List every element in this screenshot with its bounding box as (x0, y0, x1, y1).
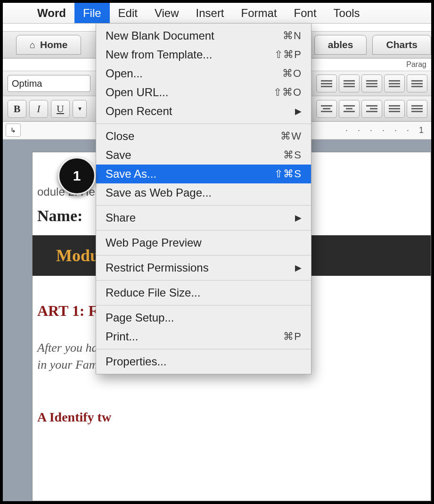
home-icon: ⌂ (30, 40, 35, 50)
menu-item-share[interactable]: Share▶ (96, 208, 311, 227)
menu-item-label: Reduce File Size... (106, 286, 302, 299)
submenu-arrow-icon: ▶ (295, 263, 302, 273)
menu-item-restrict-permissions[interactable]: Restrict Permissions▶ (96, 258, 311, 277)
menu-separator (96, 255, 311, 256)
menu-item-save-as-web-page[interactable]: Save as Web Page... (96, 183, 311, 202)
annotation-callout-1: 1 (58, 157, 96, 195)
mac-menubar: Word File Edit View Insert Format Font T… (3, 3, 431, 24)
menu-item-label: Save as Web Page... (106, 186, 302, 199)
menu-item-open-recent[interactable]: Open Recent▶ (96, 102, 311, 121)
menu-item-label: Close (106, 130, 280, 143)
menu-item-save-as[interactable]: Save As...⇧⌘S (96, 165, 311, 183)
menu-item-shortcut: ⇧⌘P (274, 49, 302, 61)
underline-button[interactable]: U (51, 100, 70, 118)
menu-item-page-setup[interactable]: Page Setup... (96, 308, 311, 327)
menu-item-shortcut: ⌘W (280, 130, 302, 142)
menu-separator (96, 205, 311, 206)
menu-item-new-from-template[interactable]: New from Template...⇧⌘P (96, 45, 311, 64)
underline-dropdown-icon[interactable]: ▾ (73, 100, 87, 118)
menu-item-label: New from Template... (106, 48, 274, 61)
menubar-item-font[interactable]: Font (286, 3, 325, 23)
bulleted-list-button[interactable] (316, 74, 337, 92)
menu-item-properties[interactable]: Properties... (96, 352, 311, 371)
menubar-item-file[interactable]: File (74, 3, 110, 23)
menu-item-label: Open URL... (106, 86, 273, 99)
align-right-button[interactable] (361, 100, 382, 118)
menu-item-label: Open Recent (106, 105, 295, 118)
menu-separator (96, 230, 311, 231)
menu-item-label: Save As... (106, 167, 274, 181)
menubar-app-name[interactable]: Word (29, 3, 74, 23)
menu-item-new-blank-document[interactable]: New Blank Document⌘N (96, 26, 311, 45)
align-justify-button[interactable] (384, 100, 405, 118)
align-left-button[interactable] (316, 100, 337, 118)
menu-item-shortcut: ⌘O (282, 67, 302, 80)
tab-charts[interactable]: Charts (372, 35, 431, 55)
menu-item-label: Print... (106, 330, 283, 343)
doc-identify-heading: A Identify tw (37, 410, 431, 425)
paragraph-group-label: Parag (406, 60, 426, 69)
menu-item-open[interactable]: Open...⌘O (96, 64, 311, 83)
menubar-item-insert[interactable]: Insert (188, 3, 233, 23)
increase-indent-button[interactable] (407, 74, 427, 92)
menu-item-shortcut: ⇧⌘O (273, 86, 302, 99)
menu-item-web-page-preview[interactable]: Web Page Preview (96, 233, 311, 252)
submenu-arrow-icon: ▶ (295, 106, 302, 116)
menu-item-label: Open... (106, 67, 282, 80)
menubar-item-tools[interactable]: Tools (325, 3, 368, 23)
line-spacing-button[interactable] (407, 100, 427, 118)
menubar-item-edit[interactable]: Edit (110, 3, 146, 23)
menu-item-open-url[interactable]: Open URL...⇧⌘O (96, 83, 311, 102)
menu-separator (96, 349, 311, 349)
tab-tables-label: ables (328, 39, 353, 50)
menu-item-label: Properties... (106, 355, 302, 368)
ruler-mark: · · · · · · 1 (345, 125, 427, 135)
menu-item-shortcut: ⌘N (283, 30, 302, 42)
menu-item-save[interactable]: Save⌘S (96, 146, 311, 165)
menu-item-label: Page Setup... (106, 311, 302, 324)
font-name-combobox[interactable]: Optima (8, 75, 90, 92)
tab-selector-icon[interactable]: ↳ (6, 124, 21, 137)
bold-button[interactable]: B (8, 100, 26, 118)
decrease-indent-button[interactable] (384, 74, 405, 92)
menu-separator (96, 280, 311, 281)
tab-tables[interactable]: ables (314, 35, 367, 55)
menu-item-label: New Blank Document (106, 29, 283, 42)
menu-separator (96, 305, 311, 306)
numbered-list-button[interactable] (339, 74, 360, 92)
menubar-item-format[interactable]: Format (233, 3, 286, 23)
menu-item-shortcut: ⌘S (283, 149, 302, 161)
menu-separator (96, 124, 311, 124)
menu-item-label: Restrict Permissions (106, 261, 295, 274)
multilevel-list-button[interactable] (361, 74, 382, 92)
submenu-arrow-icon: ▶ (295, 213, 302, 223)
tab-home[interactable]: ⌂ Home (16, 35, 81, 55)
menu-item-label: Share (106, 211, 295, 224)
menu-item-label: Save (106, 149, 283, 162)
menu-item-shortcut: ⇧⌘S (274, 168, 302, 180)
menu-item-shortcut: ⌘P (283, 330, 302, 343)
menu-item-reduce-file-size[interactable]: Reduce File Size... (96, 283, 311, 302)
menu-item-print[interactable]: Print...⌘P (96, 327, 311, 346)
menu-item-close[interactable]: Close⌘W (96, 127, 311, 146)
tab-home-label: Home (40, 39, 67, 50)
align-center-button[interactable] (339, 100, 360, 118)
doc-title-banner-text: Modu (56, 246, 99, 265)
italic-button[interactable]: I (29, 100, 48, 118)
menu-item-label: Web Page Preview (106, 236, 302, 249)
menubar-item-view[interactable]: View (146, 3, 188, 23)
tab-charts-label: Charts (386, 39, 418, 50)
file-menu-dropdown: New Blank Document⌘NNew from Template...… (96, 24, 311, 374)
